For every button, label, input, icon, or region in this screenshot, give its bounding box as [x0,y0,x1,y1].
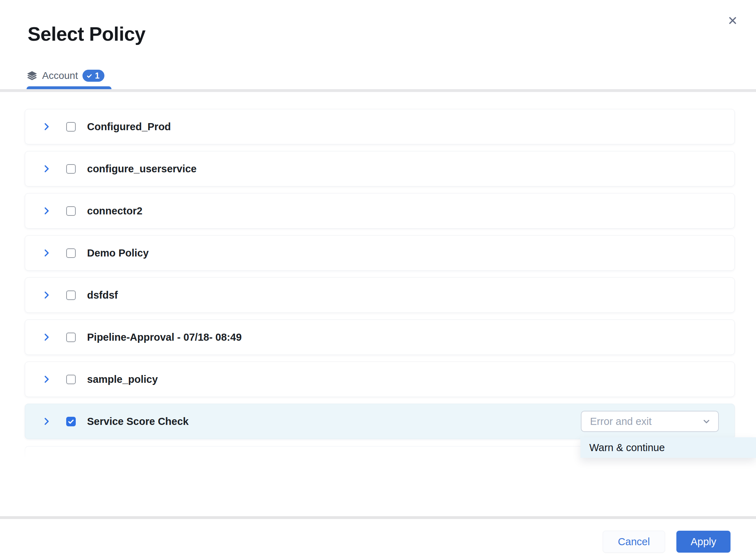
policy-name: Configured_Prod [87,121,171,133]
policy-row[interactable]: configure_userservice Error and exit [25,151,735,186]
severity-select-value: Error and exit [590,416,652,427]
check-icon [86,73,92,79]
policy-row[interactable]: Demo Policy Error and exit [25,235,735,271]
chevron-right-icon [42,122,51,131]
chevron-right-icon [42,164,51,173]
policy-checkbox[interactable] [66,375,76,384]
expand-button[interactable] [41,290,51,300]
policy-name: connector2 [87,205,142,217]
policy-row[interactable]: Pipeline-Approval - 07/18- 08:49 Error a… [25,319,735,355]
x-icon [727,15,738,26]
apply-button[interactable]: Apply [676,531,731,553]
policy-row[interactable]: dsfdsf Error and exit [25,277,735,313]
dropdown-option-warn-continue[interactable]: Warn & continue [580,437,756,458]
expand-button[interactable] [41,206,51,216]
selected-count-badge: 1 [82,70,104,82]
expand-button[interactable] [41,332,51,342]
policy-checkbox[interactable] [66,290,76,300]
active-tab-indicator [27,86,111,89]
page-title: Select Policy [28,23,145,45]
chevron-right-icon [42,206,51,215]
policy-row[interactable]: Configured_Prod Error and exit [25,109,735,144]
expand-button[interactable] [41,248,51,258]
policy-name: Pipeline-Approval - 07/18- 08:49 [87,332,242,343]
policy-name: Demo Policy [87,247,149,259]
policy-name: sample_policy [87,374,158,385]
chevron-right-icon [42,248,51,258]
severity-dropdown-menu: Warn & continue [580,437,756,458]
expand-button[interactable] [41,122,51,132]
severity-select[interactable]: Error and exit [581,411,719,432]
tabs-divider [0,89,756,92]
expand-button[interactable] [41,416,51,426]
policy-name: Service Score Check [87,416,189,427]
footer-divider [0,516,756,519]
policy-checkbox[interactable] [66,333,76,342]
expand-button[interactable] [41,164,51,174]
policy-checkbox[interactable] [66,164,76,174]
policy-row[interactable]: connector2 Error and exit [25,193,735,229]
layers-icon [27,70,38,81]
chevron-right-icon [42,417,51,426]
tab-account-label: Account [42,70,78,81]
chevron-right-icon [42,375,51,384]
check-icon [68,418,74,425]
chevron-down-icon [702,417,711,426]
policy-name: dsfdsf [87,289,118,301]
selected-count: 1 [95,71,99,81]
tab-account[interactable]: Account 1 [27,67,104,85]
chevron-right-icon [42,333,51,342]
policy-checkbox[interactable] [66,248,76,258]
expand-button[interactable] [41,374,51,384]
policy-checkbox[interactable] [66,417,76,426]
policy-row[interactable]: Service Score Check Error and exit [25,404,735,439]
policy-row[interactable]: sample_policy Error and exit [25,362,735,397]
cancel-button[interactable]: Cancel [603,531,665,553]
close-button[interactable] [724,12,741,29]
policy-checkbox[interactable] [66,122,76,132]
policy-checkbox[interactable] [66,206,76,216]
chevron-right-icon [42,290,51,300]
policy-name: configure_userservice [87,163,196,175]
